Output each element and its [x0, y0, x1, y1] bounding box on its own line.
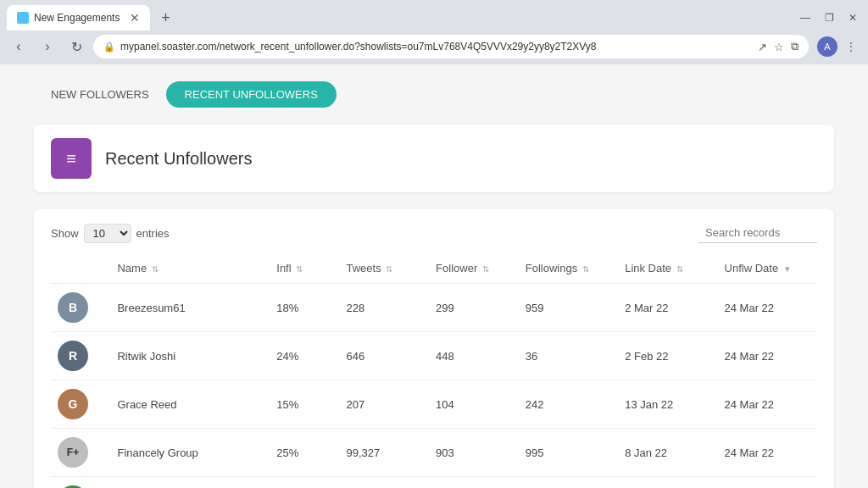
col-header-tweets[interactable]: Tweets ⇅	[339, 253, 429, 284]
name-with-badge: Breezesum61	[117, 302, 263, 314]
avatar: F+	[58, 437, 88, 468]
avatar-cell: R	[51, 332, 110, 380]
avatar-cell: �	[51, 477, 110, 489]
sort-icon-follower: ⇅	[482, 264, 489, 274]
tab-recent-unfollowers[interactable]: RECENT UNFOLLOWERS	[166, 81, 337, 108]
menu-button[interactable]: ⋮	[841, 36, 861, 57]
avatar-cell: B	[51, 284, 110, 332]
tab-close-button[interactable]: ✕	[130, 11, 140, 25]
avatar: R	[58, 341, 88, 371]
new-tab-button[interactable]: +	[153, 6, 177, 30]
sort-icon-infl: ⇅	[296, 264, 303, 274]
name-with-badge: Ritwik Joshi	[117, 350, 263, 363]
col-header-followings[interactable]: Followings ⇅	[519, 253, 618, 284]
sort-icon-tweets: ⇅	[386, 264, 392, 274]
unflw-date-cell: 24 Mar 22	[718, 380, 817, 429]
infl-cell: 22%	[270, 477, 339, 489]
col-header-name[interactable]: Name ⇅	[110, 253, 270, 284]
followings-cell: 242	[519, 380, 618, 429]
sort-icon-link-date: ⇅	[676, 264, 683, 274]
col-header-infl[interactable]: Infl ⇅	[270, 253, 339, 284]
tab-favicon	[17, 12, 29, 24]
link-date-cell: 5 Jan 22	[618, 477, 717, 489]
tabs-row: NEW FOLLOWERS RECENT UNFOLLOWERS	[34, 81, 834, 108]
lock-icon: 🔒	[103, 42, 115, 53]
active-tab[interactable]: New Engagements ✕	[7, 5, 150, 30]
followings-cell: 995	[519, 429, 618, 477]
tweets-cell: 99,327	[339, 429, 429, 477]
name-with-badge: Grace Reed	[117, 398, 263, 411]
header-card: ≡ Recent Unfollowers	[34, 125, 834, 192]
followings-cell: 336	[519, 477, 618, 489]
avatar: G	[58, 389, 88, 419]
window-controls: — ❐ ✕	[797, 12, 861, 24]
col-header-unflw-date[interactable]: Unflw Date ▼	[718, 253, 817, 284]
back-button[interactable]: ‹	[7, 35, 31, 58]
maximize-button[interactable]: ❐	[821, 12, 837, 24]
follower-cell: 903	[429, 429, 519, 477]
col-header-avatar	[51, 253, 110, 284]
name-with-badge: Financely Group	[117, 446, 263, 459]
entries-label: entries	[136, 227, 170, 240]
profile-avatar[interactable]: A	[817, 36, 837, 57]
url-text: mypanel.soaster.com/network_recent_unfol…	[120, 41, 753, 53]
table-header: Name ⇅ Infl ⇅ Tweets ⇅ Follower ⇅ Follow…	[51, 253, 817, 284]
share-icon[interactable]: ↗	[758, 41, 767, 53]
row-name: Ritwik Joshi	[117, 350, 175, 363]
tweets-cell: 228	[339, 284, 429, 332]
col-header-link-date[interactable]: Link Date ⇅	[618, 253, 717, 284]
follower-cell: 448	[429, 332, 519, 380]
page-title: Recent Unfollowers	[105, 149, 252, 169]
show-label: Show	[51, 227, 79, 240]
row-name: Breezesum61	[117, 302, 185, 314]
infl-cell: 18%	[270, 284, 339, 332]
col-header-follower[interactable]: Follower ⇅	[429, 253, 519, 284]
avatar-cell: F+	[51, 429, 110, 477]
table-row: B Breezesum61 18% 228 299 959 2 Mar 22 2…	[51, 284, 817, 332]
name-cell: Breezesum61	[110, 284, 270, 332]
table-row: F+ Financely Group 25% 99,327 903 995 8 …	[51, 429, 817, 477]
unflw-date-cell: 24 Mar 22	[718, 284, 817, 332]
unflw-date-cell: 24 Mar 22	[718, 332, 817, 380]
table-row: G Grace Reed 15% 207 104 242 13 Jan 22 2…	[51, 380, 817, 429]
tweets-cell: 207	[339, 380, 429, 429]
address-bar-row: ‹ › ↻ 🔒 mypanel.soaster.com/network_rece…	[0, 30, 868, 64]
link-date-cell: 2 Mar 22	[618, 284, 717, 332]
forward-button[interactable]: ›	[36, 35, 59, 58]
data-table: Name ⇅ Infl ⇅ Tweets ⇅ Follower ⇅ Follow…	[51, 253, 817, 488]
link-date-cell: 2 Feb 22	[618, 332, 717, 380]
infl-cell: 24%	[270, 332, 339, 380]
unflw-date-cell: 24 Mar 22	[718, 429, 817, 477]
follower-cell: 453	[429, 477, 519, 489]
name-cell: Ritwik Joshi	[110, 332, 270, 380]
infl-cell: 25%	[270, 429, 339, 477]
link-date-cell: 13 Jan 22	[618, 380, 717, 429]
page-content: NEW FOLLOWERS RECENT UNFOLLOWERS ≡ Recen…	[0, 64, 868, 488]
browser-chrome: New Engagements ✕ + — ❐ ✕ ‹ › ↻ 🔒 mypane…	[0, 0, 868, 64]
bookmark-icon[interactable]: ☆	[774, 41, 784, 53]
unflw-date-cell: 24 Mar 22	[718, 477, 817, 489]
table-row: R Ritwik Joshi 24% 646 448 36 2 Feb 22 2…	[51, 332, 817, 380]
link-date-cell: 8 Jan 22	[618, 429, 717, 477]
name-cell: 🔥CryptoDreamer	[110, 477, 270, 489]
tab-title: New Engagements	[34, 12, 120, 24]
search-input[interactable]	[698, 223, 817, 243]
followings-cell: 36	[519, 332, 618, 380]
tab-new-followers[interactable]: NEW FOLLOWERS	[34, 81, 166, 108]
table-body: B Breezesum61 18% 228 299 959 2 Mar 22 2…	[51, 284, 817, 489]
extension-icons: A ⋮	[817, 36, 861, 57]
name-cell: Financely Group	[110, 429, 270, 477]
refresh-button[interactable]: ↻	[64, 35, 88, 58]
minimize-button[interactable]: —	[797, 12, 814, 24]
header-icon: ≡	[51, 138, 92, 179]
table-area: Show 10 25 50 100 entries Name ⇅	[34, 209, 834, 488]
avatar: B	[58, 292, 88, 323]
tweets-cell: 572	[339, 477, 429, 489]
address-bar[interactable]: 🔒 mypanel.soaster.com/network_recent_unf…	[93, 35, 809, 58]
row-name: Grace Reed	[117, 398, 176, 411]
close-button[interactable]: ✕	[844, 12, 861, 24]
show-entries: Show 10 25 50 100 entries	[51, 224, 170, 243]
followings-cell: 959	[519, 284, 618, 332]
split-view-icon[interactable]: ⧉	[791, 40, 798, 53]
entries-select[interactable]: 10 25 50 100	[84, 224, 131, 243]
